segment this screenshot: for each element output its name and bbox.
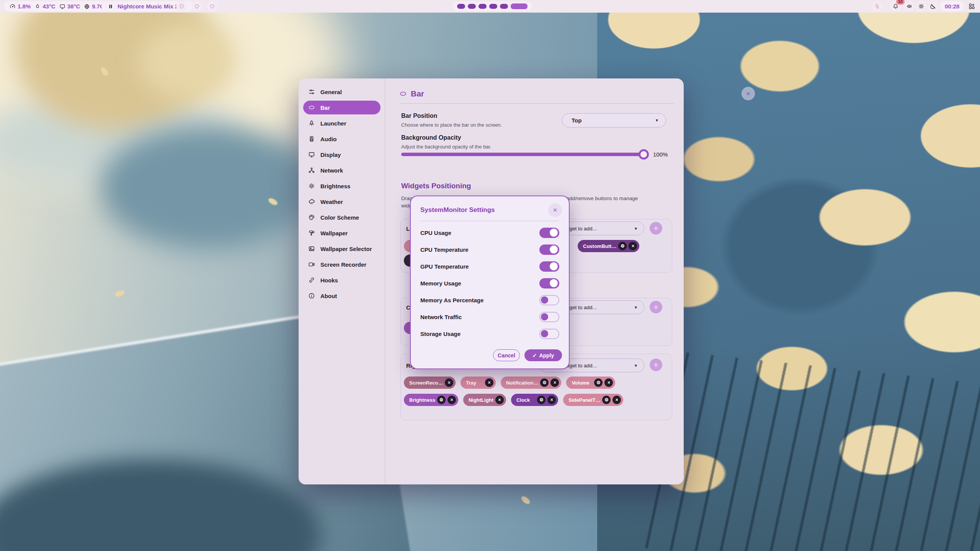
widget-chip-nightlight[interactable]: NightLight × bbox=[463, 394, 506, 406]
sidebar-item-audio[interactable]: Audio bbox=[303, 132, 381, 146]
widget-chip-tray[interactable]: Tray × bbox=[461, 377, 496, 389]
sidebar-item-display[interactable]: Display bbox=[303, 148, 381, 161]
opacity-slider-track[interactable] bbox=[401, 153, 646, 156]
toggle-label: Storage Usage bbox=[420, 331, 461, 337]
remove-icon[interactable]: × bbox=[445, 378, 453, 387]
close-button[interactable]: × bbox=[742, 87, 755, 100]
storage-usage-toggle[interactable] bbox=[539, 329, 559, 339]
workspace-dot[interactable] bbox=[489, 4, 497, 9]
dialog-close-button[interactable]: × bbox=[548, 203, 562, 217]
gpu-temp-value: 38°C bbox=[67, 3, 80, 10]
memory-as-percentage-toggle[interactable] bbox=[539, 295, 559, 305]
sidebar-item-bar[interactable]: Bar bbox=[303, 101, 381, 114]
add-widget-button[interactable]: + bbox=[650, 301, 662, 313]
sidebar-item-wallpaper-selector[interactable]: Wallpaper Selector bbox=[303, 242, 381, 256]
gear-icon[interactable]: ⚙ bbox=[594, 378, 603, 387]
sidebar-item-weather[interactable]: Weather bbox=[303, 195, 381, 209]
remove-icon[interactable]: × bbox=[612, 396, 621, 404]
bar-position-description: Choose where to place the bar on the scr… bbox=[401, 122, 502, 128]
gear-icon[interactable]: ⚙ bbox=[537, 396, 546, 404]
close-icon: × bbox=[553, 206, 557, 214]
close-icon: × bbox=[746, 90, 750, 98]
bar-position-select[interactable]: Top ▼ bbox=[562, 113, 666, 127]
remove-icon[interactable]: × bbox=[547, 396, 556, 404]
remove-icon[interactable]: × bbox=[495, 396, 504, 404]
night-light-button[interactable] bbox=[928, 1, 939, 12]
workspace-dot[interactable] bbox=[457, 4, 465, 9]
memory-usage-toggle[interactable] bbox=[539, 278, 559, 289]
system-stats-pill[interactable]: 1.8% 43°C 38°C 9.7G bbox=[4, 1, 110, 11]
widget-chip-sidepanel[interactable]: SidePanelT… ⚙ × bbox=[563, 394, 623, 406]
cpu-usage-toggle[interactable] bbox=[539, 228, 559, 238]
sidebar-item-launcher[interactable]: Launcher bbox=[303, 116, 381, 130]
heart-button[interactable] bbox=[191, 1, 203, 12]
sidebar-item-wallpaper[interactable]: Wallpaper bbox=[303, 226, 381, 240]
cancel-button[interactable]: Cancel bbox=[493, 349, 520, 361]
sidebar-item-network[interactable]: Network bbox=[303, 163, 381, 177]
cpu-temperature-toggle[interactable] bbox=[539, 245, 559, 255]
widget-chip-notifications[interactable]: Notification… ⚙ × bbox=[501, 377, 562, 389]
notifications-button[interactable]: 10 bbox=[890, 1, 901, 12]
remove-icon[interactable]: × bbox=[629, 242, 637, 250]
toggle-label: GPU Temperature bbox=[420, 263, 469, 270]
toggle-row-memory-as-percentage: Memory As Percentage bbox=[420, 292, 559, 308]
video-camera-icon bbox=[308, 261, 315, 268]
skull-button[interactable] bbox=[176, 1, 187, 12]
info-icon bbox=[308, 292, 315, 299]
sidebar-item-about[interactable]: About bbox=[303, 289, 381, 303]
chevron-down-icon: ▼ bbox=[655, 118, 659, 122]
widget-chip-screenrecorder[interactable]: ScreenReco… × bbox=[404, 377, 456, 389]
toggle-label: Network Traffic bbox=[420, 314, 462, 320]
apply-button[interactable]: ✓ Apply bbox=[524, 349, 562, 361]
widget-chip-brightness[interactable]: Brightness ⚙ × bbox=[404, 394, 458, 406]
sidebar-item-label: Hooks bbox=[320, 277, 338, 284]
sidebar-item-label: Bar bbox=[320, 104, 330, 111]
widget-chip-volume[interactable]: Volume ⚙ × bbox=[566, 377, 615, 389]
workspace-dot-active[interactable] bbox=[511, 3, 528, 9]
widget-chip-clock[interactable]: Clock ⚙ × bbox=[511, 394, 558, 406]
remove-icon[interactable]: × bbox=[485, 378, 493, 387]
opacity-slider-handle[interactable] bbox=[639, 149, 649, 160]
right-widgets-row-1: ScreenReco… × Tray × Notification… ⚙ × V… bbox=[404, 377, 669, 389]
dashboard-button[interactable] bbox=[966, 1, 977, 12]
sidebar-item-color-scheme[interactable]: Color Scheme bbox=[303, 210, 381, 224]
clock[interactable]: 00:28 bbox=[940, 1, 964, 11]
gear-icon[interactable]: ⚙ bbox=[540, 378, 549, 387]
workspace-dot[interactable] bbox=[468, 4, 476, 9]
systemmonitor-settings-dialog: SystemMonitor Settings × CPU Usage CPU T… bbox=[410, 196, 570, 369]
gear-icon[interactable]: ⚙ bbox=[602, 396, 611, 404]
sidebar-item-screen-recorder[interactable]: Screen Recorder bbox=[303, 258, 381, 271]
gear-icon[interactable]: ⚙ bbox=[437, 396, 446, 404]
gpu-temperature-toggle[interactable] bbox=[539, 261, 559, 272]
network-traffic-toggle[interactable] bbox=[539, 312, 559, 322]
sun-icon bbox=[918, 3, 924, 10]
heart-button[interactable] bbox=[207, 1, 218, 12]
widget-chip-custombutton[interactable]: CustomButt… ⚙ × bbox=[578, 240, 639, 252]
widget-chip-label: Notification… bbox=[506, 380, 539, 386]
clock-value: 00:28 bbox=[945, 3, 959, 10]
workspace-indicator[interactable] bbox=[452, 2, 532, 11]
opacity-value: 100% bbox=[653, 151, 668, 158]
volume-button[interactable] bbox=[904, 1, 915, 12]
brightness-button[interactable] bbox=[916, 1, 927, 12]
wallpaper-building bbox=[100, 126, 314, 249]
cancel-label: Cancel bbox=[498, 352, 515, 359]
mic-muted-button[interactable] bbox=[872, 1, 883, 12]
sidebar-item-brightness[interactable]: Brightness bbox=[303, 179, 381, 193]
remove-icon[interactable]: × bbox=[550, 378, 559, 387]
sidebar-item-label: Audio bbox=[320, 136, 337, 142]
workspace-dot[interactable] bbox=[500, 4, 508, 9]
gear-icon[interactable]: ⚙ bbox=[618, 242, 627, 250]
remove-icon[interactable]: × bbox=[448, 396, 456, 404]
sidebar-item-hooks[interactable]: Hooks bbox=[303, 273, 381, 287]
sidebar-item-general[interactable]: General bbox=[303, 85, 381, 99]
network-icon bbox=[308, 167, 315, 174]
toggle-label: CPU Usage bbox=[420, 230, 451, 236]
remove-icon[interactable]: × bbox=[604, 378, 613, 387]
chip-icon bbox=[84, 3, 90, 10]
cpu-usage-value: 1.8% bbox=[18, 3, 31, 10]
toggle-knob bbox=[541, 313, 548, 321]
workspace-dot[interactable] bbox=[479, 4, 487, 9]
add-widget-button[interactable]: + bbox=[650, 359, 662, 371]
add-widget-button[interactable]: + bbox=[650, 222, 662, 235]
